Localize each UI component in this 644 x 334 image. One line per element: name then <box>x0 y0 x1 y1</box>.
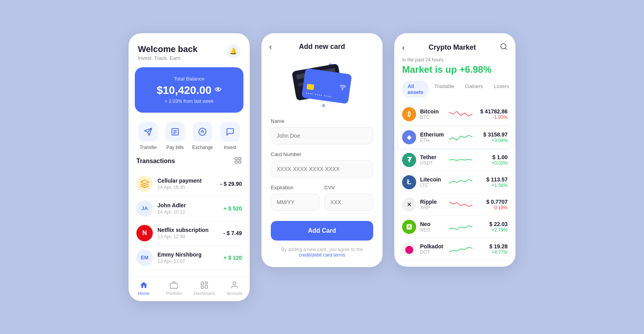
exchange-label: Exchange <box>192 145 213 150</box>
svg-rect-12 <box>201 282 204 285</box>
crypto-item-neo[interactable]: Neo NEO $ 22.03 +2.79% <box>400 216 510 238</box>
add-card-title: Add new card <box>299 43 345 51</box>
crypto-info: Neo NEO <box>420 221 445 233</box>
crypto-item-xrp[interactable]: ✕ Ripple XRP $ 0.7707 -0.18% <box>400 194 510 216</box>
ltc-chart <box>449 176 472 188</box>
crypto-name: Bitcoin <box>420 108 445 115</box>
welcome-subtitle: Invest. Track. Earn <box>138 55 197 61</box>
card-chip <box>306 84 314 90</box>
tx-avatar: JA <box>136 200 153 217</box>
crypto-info: Etherium ETH <box>420 131 445 143</box>
crypto-symbol: BTC <box>420 115 445 120</box>
tx-info: John Adler 14 Apr, 10:22 <box>157 202 219 215</box>
crypto-info: Tether USDT <box>420 154 445 166</box>
transfer-action[interactable]: Transfer <box>138 122 158 150</box>
balance-change: + 2.03% from last week <box>144 99 234 104</box>
nav-account[interactable]: Account <box>220 281 250 296</box>
notification-bell-icon[interactable]: 🔔 <box>226 44 240 58</box>
nav-home[interactable]: Home <box>129 281 159 296</box>
exchange-icon <box>193 122 212 142</box>
transaction-item[interactable]: EM Emmy Nirshborg 12 Apr, 11:07 + $ 120 <box>136 246 242 270</box>
crypto-symbol: ETH <box>420 138 445 143</box>
tx-date: 14 Apr, 18:45 <box>157 185 216 190</box>
search-icon[interactable] <box>500 43 508 52</box>
transaction-item[interactable]: JA John Adler 14 Apr, 10:22 + $ 520 <box>136 196 242 221</box>
expiration-input[interactable] <box>271 194 320 211</box>
invest-label: Invest <box>224 145 236 150</box>
crypto-price: $ 113.57 <box>476 176 508 183</box>
card-number-input[interactable] <box>271 160 373 178</box>
wallet-header-text: Welcome back Invest. Track. Earn <box>138 44 197 61</box>
btc-price-col: $ 41782.86 -1.93% <box>476 108 508 120</box>
xrp-price-col: $ 0.7707 -0.18% <box>476 199 508 210</box>
crypto-back-button[interactable]: ‹ <box>402 43 405 52</box>
terms-link[interactable]: credit/debit card terms <box>299 252 345 258</box>
crypto-name: Ripple <box>420 199 445 205</box>
paybills-action[interactable]: Pay bills <box>165 122 185 150</box>
crypto-price: $ 22.03 <box>476 221 508 227</box>
expiry-cvv-row: Expiration CVV <box>271 185 373 218</box>
dot-decoration <box>322 104 325 107</box>
crypto-price: $ 1.00 <box>476 154 508 160</box>
crypto-item-dot[interactable]: ⬤ Polkadot DOT $ 19.28 +4.77% <box>400 238 510 260</box>
exchange-action[interactable]: Exchange <box>192 122 213 150</box>
crypto-price: $ 41782.86 <box>476 108 508 115</box>
invest-icon <box>220 122 240 142</box>
tab-losers[interactable]: Losers <box>488 81 515 98</box>
invest-action[interactable]: Invest <box>220 122 240 150</box>
crypto-item-usdt[interactable]: ₮ Tether USDT $ 1.00 +0.02% <box>400 149 510 171</box>
eth-icon: ◆ <box>402 130 416 144</box>
card-form: Name Card Number Expiration CVV <box>261 118 383 218</box>
name-input[interactable] <box>271 127 373 144</box>
tx-amount: - $ 29.90 <box>220 181 242 187</box>
crypto-price: $ 19.28 <box>476 243 508 250</box>
terms-text: By adding a new card, you agree to the c… <box>261 247 383 259</box>
xrp-chart <box>449 199 472 210</box>
back-button[interactable]: ‹ <box>269 42 272 51</box>
dot-chart <box>449 243 472 255</box>
card-number-label: Card Number <box>271 151 373 157</box>
cvv-input[interactable] <box>324 194 373 211</box>
svg-rect-7 <box>235 157 238 160</box>
add-card-header: ‹ Add new card <box>261 33 383 56</box>
cvv-field-group: CVV <box>324 185 373 211</box>
tx-name: Emmy Nirshborg <box>157 251 219 258</box>
crypto-change: +1.56% <box>476 183 508 188</box>
tx-date: 13 Apr, 12:50 <box>157 234 219 239</box>
crypto-item-btc[interactable]: ₿ Bitcoin BTC $ 41782.86 -1.93% <box>400 103 510 126</box>
expiration-label: Expiration <box>271 185 320 190</box>
add-card-button[interactable]: Add Card <box>271 221 373 241</box>
market-change: +6.98% <box>460 64 492 75</box>
tx-info: Emmy Nirshborg 12 Apr, 11:07 <box>157 251 219 264</box>
nav-dashboard[interactable]: Dashboard <box>189 281 220 296</box>
crypto-change: -0.18% <box>476 205 508 210</box>
cvv-label: CVV <box>324 185 373 190</box>
crypto-item-eth[interactable]: ◆ Etherium ETH $ 3158.97 +3.04% <box>398 126 512 148</box>
eye-icon[interactable]: 👁 <box>215 86 222 94</box>
filter-icon[interactable] <box>234 156 242 166</box>
svg-rect-15 <box>201 286 204 288</box>
crypto-market-screen: ‹ Crypto Market In the past 24 hours Mar… <box>394 33 515 267</box>
crypto-info: Bitcoin BTC <box>420 108 445 120</box>
balance-card: Total Balance $10,420.00 👁 + 2.03% from … <box>135 67 243 113</box>
crypto-change: -1.93% <box>476 115 508 120</box>
tab-all-assets[interactable]: All assets <box>402 81 429 98</box>
crypto-title: Crypto Market <box>405 43 500 52</box>
transaction-item[interactable]: Cellular payment 14 Apr, 18:45 - $ 29.90 <box>136 172 242 196</box>
card-number-field-group: Card Number <box>271 151 373 178</box>
nav-portfolio[interactable]: Portfolio <box>159 281 190 296</box>
transaction-item[interactable]: N Netflix subscription 13 Apr, 12:50 - $… <box>136 221 242 246</box>
crypto-list: ₿ Bitcoin BTC $ 41782.86 -1.93% ◆ Etheri… <box>394 103 515 260</box>
crypto-change: +3.04% <box>476 138 508 143</box>
svg-rect-13 <box>205 282 208 284</box>
tx-info: Cellular payment 14 Apr, 18:45 <box>157 178 216 190</box>
ltc-price-col: $ 113.57 +1.56% <box>476 176 508 188</box>
transactions-title: Transactions <box>136 158 175 165</box>
tab-gainers[interactable]: Gainers <box>460 81 488 98</box>
tab-tradable[interactable]: Tradable <box>429 81 460 98</box>
market-tabs: All assets Tradable Gainers Losers <box>394 81 515 103</box>
balance-amount: $10,420.00 👁 <box>144 84 234 97</box>
crypto-item-ltc[interactable]: Ł Litecoin LTC $ 113.57 +1.56% <box>400 171 510 194</box>
xrp-icon: ✕ <box>402 198 416 212</box>
transactions-section: Transactions Cellular payment 14 Apr, 18… <box>129 156 250 277</box>
